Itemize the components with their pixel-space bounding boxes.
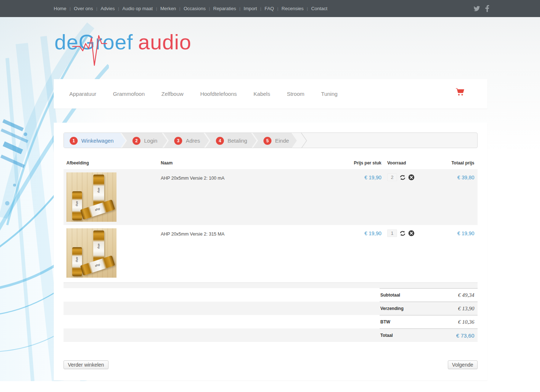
product-image[interactable]: ahp ahp ahp bbox=[66, 172, 116, 222]
next-step-button[interactable]: Volgende bbox=[448, 360, 478, 369]
cart-row: ahp ahp ahp AHP 20x5mm Versie 2: 315 MA … bbox=[64, 225, 478, 281]
step-number-badge: 5 bbox=[263, 137, 271, 145]
summary-label: Totaal bbox=[380, 333, 393, 338]
top-nav-advies[interactable]: Advies bbox=[97, 6, 118, 11]
line-total: € 19,90 bbox=[425, 228, 478, 236]
summary-value: € 49,34 bbox=[458, 292, 474, 298]
summary-value: € 73,60 bbox=[456, 332, 474, 339]
logo-word-audio: audio bbox=[138, 30, 192, 54]
step-label: Login bbox=[144, 138, 158, 144]
top-nav-import[interactable]: Import bbox=[240, 6, 260, 11]
top-nav-occasions[interactable]: Occasions bbox=[180, 6, 209, 11]
fuse-graphic: ahp bbox=[72, 247, 82, 276]
header-naam: Naam bbox=[161, 160, 345, 166]
remove-item-icon[interactable] bbox=[408, 230, 414, 236]
line-total: € 39,80 bbox=[425, 172, 478, 180]
top-nav-reparaties[interactable]: Reparaties bbox=[210, 6, 240, 11]
unit-price: € 19,90 bbox=[345, 172, 381, 180]
step-number-badge: 2 bbox=[132, 137, 140, 145]
header-afbeelding: Afbeelding bbox=[64, 160, 161, 166]
header-prijs-per-stuk: Prijs per stuk bbox=[345, 160, 381, 166]
summary-label: BTW bbox=[380, 319, 390, 324]
quantity-input[interactable] bbox=[387, 173, 397, 181]
summary-label: Subtotaal bbox=[380, 293, 400, 298]
step-number-badge: 3 bbox=[174, 137, 182, 145]
cart-actions: Verder winkelen Volgende bbox=[64, 360, 478, 369]
logo-word-groef: Groef bbox=[79, 30, 133, 54]
main-nav-grammofoon[interactable]: Grammofoon bbox=[105, 91, 153, 97]
main-nav-stroom[interactable]: Stroom bbox=[278, 91, 312, 97]
product-name: AHP 20x5mm Versie 2: 100 mA bbox=[161, 172, 345, 181]
main-nav: Apparatuur Grammofoon Zelfbouw Hoofdtele… bbox=[54, 79, 487, 109]
social-links bbox=[474, 0, 489, 17]
step-number-badge: 4 bbox=[216, 137, 224, 145]
top-bar: Home| Over ons| Advies| Audio op maat| M… bbox=[0, 0, 540, 17]
twitter-icon[interactable] bbox=[474, 6, 480, 12]
header-totaal-prijs: Totaal prijs bbox=[425, 160, 478, 166]
quantity-input[interactable] bbox=[387, 229, 397, 237]
summary-row-verzending: Verzending € 13,90 bbox=[64, 302, 478, 315]
cart-table-header: Afbeelding Naam Prijs per stuk Voorraad … bbox=[64, 160, 478, 169]
step-adres[interactable]: 3 Adres bbox=[163, 133, 209, 148]
page: Home| Over ons| Advies| Audio op maat| M… bbox=[0, 0, 540, 392]
summary-row-subtotaal: Subtotaal € 49,34 bbox=[64, 288, 478, 302]
main-nav-zelfbouw[interactable]: Zelfbouw bbox=[153, 91, 192, 97]
unit-price: € 19,90 bbox=[345, 228, 381, 236]
main-nav-hoofdtelefoons[interactable]: Hoofdtelefoons bbox=[192, 91, 245, 97]
summary-value: € 10,36 bbox=[458, 319, 474, 325]
main-nav-kabels[interactable]: Kabels bbox=[245, 91, 279, 97]
fuse-graphic: ahp bbox=[72, 191, 82, 220]
summary-row-totaal: Totaal € 73,60 bbox=[64, 328, 478, 342]
top-nav-contact[interactable]: Contact bbox=[308, 6, 331, 11]
chevron-right-icon bbox=[300, 133, 308, 148]
summary-value: € 13,90 bbox=[458, 306, 474, 312]
step-label: Winkelwagen bbox=[81, 138, 114, 144]
logo-text: deGroefaudio bbox=[54, 30, 174, 54]
cart-row: ahp ahp ahp AHP 20x5mm Versie 2: 100 mA … bbox=[64, 169, 478, 225]
step-label: Einde bbox=[275, 138, 289, 144]
product-image[interactable]: ahp ahp ahp bbox=[66, 228, 116, 278]
product-name: AHP 20x5mm Versie 2: 315 MA bbox=[161, 228, 345, 237]
step-label: Adres bbox=[186, 138, 200, 144]
content-panel: 1 Winkelwagen 2 Login 3 Adres 4 Betaling… bbox=[54, 123, 487, 380]
step-login[interactable]: 2 Login bbox=[122, 133, 167, 148]
header-voorraad: Voorraad bbox=[381, 160, 425, 166]
remove-item-icon[interactable] bbox=[408, 174, 414, 180]
cart-icon[interactable] bbox=[447, 88, 473, 97]
checkout-steps: 1 Winkelwagen 2 Login 3 Adres 4 Betaling… bbox=[64, 132, 478, 148]
step-number-badge: 1 bbox=[70, 137, 78, 145]
facebook-icon[interactable] bbox=[485, 5, 489, 12]
top-nav-over-ons[interactable]: Over ons bbox=[71, 6, 97, 11]
top-nav-recensies[interactable]: Recensies bbox=[278, 6, 307, 11]
top-nav-merken[interactable]: Merken bbox=[157, 6, 179, 11]
step-label: Betaling bbox=[228, 138, 247, 144]
top-nav-faq[interactable]: FAQ bbox=[261, 6, 277, 11]
continue-shopping-button[interactable]: Verder winkelen bbox=[64, 360, 109, 369]
refresh-quantity-icon[interactable] bbox=[400, 175, 406, 180]
top-nav-home[interactable]: Home bbox=[54, 6, 70, 11]
summary-label: Verzending bbox=[380, 306, 404, 311]
refresh-quantity-icon[interactable] bbox=[400, 230, 406, 236]
logo[interactable]: deGroefaudio bbox=[54, 30, 174, 66]
main-nav-apparatuur[interactable]: Apparatuur bbox=[54, 91, 105, 97]
summary-row-btw: BTW € 10,36 bbox=[64, 315, 478, 328]
step-einde[interactable]: 5 Einde bbox=[253, 133, 297, 148]
main-nav-tuning[interactable]: Tuning bbox=[313, 91, 346, 97]
step-betaling[interactable]: 4 Betaling bbox=[205, 133, 257, 148]
logo-word-de: de bbox=[54, 30, 79, 54]
step-winkelwagen[interactable]: 1 Winkelwagen bbox=[64, 133, 126, 148]
top-nav-audio-op-maat[interactable]: Audio op maat bbox=[119, 6, 156, 11]
table-footer-stripe bbox=[64, 282, 478, 288]
top-nav: Home| Over ons| Advies| Audio op maat| M… bbox=[54, 6, 331, 11]
